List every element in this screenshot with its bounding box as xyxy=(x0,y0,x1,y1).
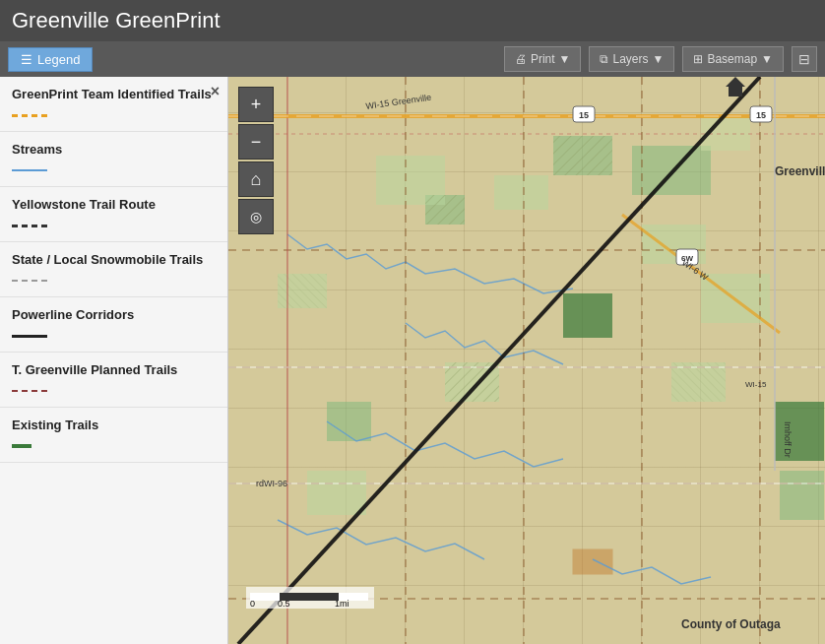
green-line xyxy=(12,444,32,448)
locate-icon: ◎ xyxy=(250,210,262,224)
legend-item-6: Existing Trails xyxy=(0,408,227,463)
zoom-in-button[interactable]: + xyxy=(238,87,274,122)
zoom-out-button[interactable]: − xyxy=(238,124,274,160)
basemap-button[interactable]: ⊞ Basemap ▼ xyxy=(682,46,784,72)
home-icon: ⌂ xyxy=(251,170,262,188)
svg-text:County of Outaga: County of Outaga xyxy=(681,617,781,631)
legend-item-2: Yellowstone Trail Route xyxy=(0,187,227,242)
map-controls: + − ⌂ ◎ xyxy=(238,87,274,234)
blue-line xyxy=(12,169,47,171)
svg-rect-21 xyxy=(278,274,327,308)
black-solid-line xyxy=(12,335,47,338)
svg-marker-62 xyxy=(726,77,745,97)
svg-rect-8 xyxy=(573,549,612,574)
black-longdash-line xyxy=(12,225,47,227)
legend-symbol-2 xyxy=(12,218,216,233)
legend-label-5: T. Greenville Planned Trails xyxy=(12,362,216,377)
legend-item-0: GreenPrint Team Identified Trails xyxy=(0,77,227,132)
legend-symbol-0 xyxy=(12,107,216,123)
toolbar: ☰ Legend 🖨 Print ▼ ⧉ Layers ▼ ⊞ Basemap … xyxy=(0,41,825,77)
legend-label-0: GreenPrint Team Identified Trails xyxy=(12,87,216,101)
svg-text:Greenville: Greenville xyxy=(775,164,825,178)
legend-item-5: T. Greenville Planned Trails xyxy=(0,353,227,408)
list-icon: ☰ xyxy=(21,52,32,67)
svg-text:1mi: 1mi xyxy=(335,599,349,609)
svg-rect-4 xyxy=(563,293,612,338)
svg-text:rdWI-96: rdWI-96 xyxy=(256,479,287,488)
home-button[interactable]: ⌂ xyxy=(238,161,274,197)
svg-text:WI-15: WI-15 xyxy=(745,380,767,389)
svg-rect-6 xyxy=(775,402,824,461)
layers-chevron-icon: ▼ xyxy=(653,52,665,66)
toolbar-right: 🖨 Print ▼ ⧉ Layers ▼ ⊞ Basemap ▼ ⊟ xyxy=(504,46,817,72)
legend-symbol-5 xyxy=(12,383,216,399)
legend-item-4: Powerline Corridors xyxy=(0,297,227,353)
svg-rect-15 xyxy=(307,471,366,515)
darkred-dash-line xyxy=(12,390,47,392)
legend-item-1: Streams xyxy=(0,132,227,187)
main-layout: × GreenPrint Team Identified Trails Stre… xyxy=(0,77,825,644)
legend-label-3: State / Local Snowmobile Trails xyxy=(12,252,216,267)
svg-text:0.5: 0.5 xyxy=(278,599,290,609)
legend-close-button[interactable]: × xyxy=(211,83,220,100)
basemap-chevron-icon: ▼ xyxy=(761,52,773,66)
header: Greenville GreenPrint xyxy=(0,0,825,41)
print-button[interactable]: 🖨 Print ▼ xyxy=(504,46,582,72)
legend-symbol-4 xyxy=(12,328,216,344)
legend-label-2: Yellowstone Trail Route xyxy=(12,197,216,212)
legend-symbol-3 xyxy=(12,273,216,289)
svg-rect-5 xyxy=(327,402,371,441)
legend-item-3: State / Local Snowmobile Trails xyxy=(0,242,227,297)
extra-button[interactable]: ⊟ xyxy=(792,46,817,72)
map-area[interactable]: 15 15 6W Greenville 0 0.5 1mi County of … xyxy=(228,77,825,644)
layers-icon: ⧉ xyxy=(600,52,608,66)
locate-button[interactable]: ◎ xyxy=(238,199,274,234)
app-title: Greenville GreenPrint xyxy=(12,8,221,33)
print-chevron-icon: ▼ xyxy=(559,52,571,66)
extra-icon: ⊟ xyxy=(798,51,810,67)
svg-text:Imhoff Dr: Imhoff Dr xyxy=(783,421,793,458)
svg-text:WI-15 Greenville: WI-15 Greenville xyxy=(365,93,432,111)
legend-label-4: Powerline Corridors xyxy=(12,307,216,322)
legend-tab-button[interactable]: ☰ Legend xyxy=(8,47,93,72)
legend-symbol-1 xyxy=(12,162,216,178)
legend-panel: × GreenPrint Team Identified Trails Stre… xyxy=(0,77,228,644)
svg-text:15: 15 xyxy=(756,110,766,120)
svg-text:0: 0 xyxy=(250,599,255,609)
legend-label-1: Streams xyxy=(12,142,216,157)
map-svg: 15 15 6W Greenville 0 0.5 1mi County of … xyxy=(228,77,825,644)
svg-rect-7 xyxy=(780,471,824,520)
svg-rect-10 xyxy=(494,175,548,210)
gray-dash-line xyxy=(12,280,47,282)
layers-button[interactable]: ⧉ Layers ▼ xyxy=(589,46,674,72)
orange-dash-line xyxy=(12,114,47,117)
svg-rect-19 xyxy=(553,136,612,175)
legend-label-6: Existing Trails xyxy=(12,418,216,432)
svg-text:15: 15 xyxy=(579,110,589,120)
print-icon: 🖨 xyxy=(515,52,527,66)
basemap-icon: ⊞ xyxy=(693,52,703,66)
svg-rect-20 xyxy=(425,195,465,225)
svg-line-40 xyxy=(238,77,760,644)
legend-symbol-6 xyxy=(12,438,216,454)
